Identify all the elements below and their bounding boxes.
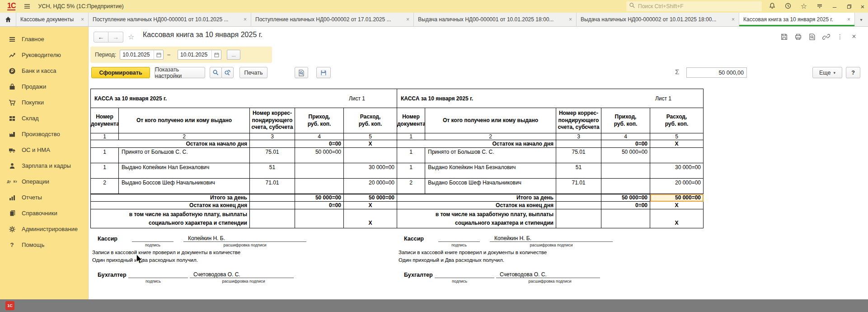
sidebar-item-directories[interactable]: Справочники bbox=[0, 205, 88, 221]
tab-list-dropdown[interactable]: ▾ bbox=[855, 13, 868, 26]
history-icon[interactable] bbox=[784, 2, 792, 10]
empty-cell[interactable] bbox=[250, 140, 295, 148]
counterparty-cell[interactable]: Принято от Большов С. С. bbox=[119, 148, 250, 163]
empty-cell[interactable] bbox=[556, 194, 601, 202]
sidebar-item-production[interactable]: Производство bbox=[0, 126, 88, 142]
rashod-cell[interactable] bbox=[344, 148, 397, 163]
tab-close-icon[interactable]: × bbox=[728, 16, 735, 23]
account-cell[interactable]: 51 bbox=[556, 163, 601, 179]
window-close-button[interactable]: × bbox=[857, 0, 868, 13]
doc-number-cell[interactable]: 2 bbox=[397, 179, 425, 194]
counterparty-cell[interactable]: Выдано Копейкин Нал Безналович bbox=[425, 163, 556, 179]
notifications-bell-icon[interactable] bbox=[768, 2, 776, 10]
tab-cash-issue-1[interactable]: Выдача наличных НД00-000001 от 10.01.202… bbox=[414, 13, 577, 26]
prihod-cell[interactable] bbox=[601, 163, 650, 179]
sidebar-item-reports[interactable]: Отчеты bbox=[0, 189, 88, 205]
counterparty-cell[interactable]: Выдано Копейкин Нал Безналович bbox=[119, 163, 250, 179]
tab-close-icon[interactable]: × bbox=[403, 16, 409, 23]
tab-cash-book-active[interactable]: Кассовая книга за 10 января 2025 г. × bbox=[739, 13, 855, 26]
account-cell[interactable]: 75.01 bbox=[250, 148, 295, 163]
opening-balance-prihod[interactable]: 0=00 bbox=[295, 140, 344, 148]
forward-button[interactable]: → bbox=[108, 32, 123, 43]
doc-number-cell[interactable]: 1 bbox=[91, 148, 119, 163]
prihod-cell[interactable]: 50 000=00 bbox=[295, 148, 344, 163]
account-cell[interactable]: 75.01 bbox=[556, 148, 601, 163]
autosum-value[interactable] bbox=[687, 68, 746, 77]
sidebar-item-main[interactable]: Главное bbox=[0, 31, 88, 47]
sidebar-item-fixed-assets[interactable]: ОС и НМА bbox=[0, 142, 88, 158]
opening-balance-x[interactable]: X bbox=[650, 140, 704, 148]
empty-cell[interactable] bbox=[250, 194, 295, 202]
sidebar-item-warehouse[interactable]: Склад bbox=[0, 110, 88, 126]
back-button[interactable]: ← bbox=[94, 32, 108, 43]
account-cell[interactable]: 71.01 bbox=[250, 179, 295, 194]
total-rashod-cell[interactable]: 50 000=00 bbox=[344, 194, 397, 202]
prihod-cell[interactable] bbox=[601, 179, 650, 194]
including-x[interactable]: X bbox=[650, 209, 704, 228]
rashod-cell[interactable]: 30 000=00 bbox=[344, 163, 397, 179]
doc-number-cell[interactable]: 1 bbox=[91, 163, 119, 179]
service-menu-icon[interactable] bbox=[816, 2, 824, 10]
prihod-cell[interactable]: 50 000=00 bbox=[601, 148, 650, 163]
doc-number-cell[interactable]: 1 bbox=[397, 148, 425, 163]
sidebar-item-manager[interactable]: Руководителю bbox=[0, 47, 88, 63]
add-favorite-star-icon[interactable]: ☆ bbox=[128, 33, 134, 41]
period-from-input[interactable] bbox=[120, 52, 154, 58]
sidebar-item-help[interactable]: ? Помощь bbox=[0, 237, 88, 253]
tab-close-icon[interactable]: × bbox=[566, 16, 572, 23]
tab-close-icon[interactable]: × bbox=[844, 16, 850, 23]
generate-button[interactable]: Сформировать bbox=[91, 67, 150, 78]
tab-cash-receipt-2[interactable]: Поступление наличных НД00-000002 от 17.0… bbox=[251, 13, 414, 26]
get-link-icon[interactable] bbox=[822, 33, 830, 41]
more-commands-kebab-icon[interactable]: ⋮ bbox=[836, 33, 844, 41]
print-preview-icon[interactable] bbox=[808, 33, 816, 41]
empty-cell[interactable] bbox=[250, 209, 295, 228]
opening-balance-x[interactable]: X bbox=[344, 140, 397, 148]
closing-balance-x[interactable]: X bbox=[650, 202, 704, 209]
counterparty-cell[interactable]: Выдано Боссов Шеф Начальникович bbox=[425, 179, 556, 194]
empty-cell[interactable] bbox=[295, 209, 344, 228]
taskbar-1c-icon[interactable]: 1С bbox=[5, 301, 14, 310]
account-cell[interactable]: 71.01 bbox=[556, 179, 601, 194]
empty-cell[interactable] bbox=[556, 202, 601, 209]
home-tab[interactable] bbox=[0, 13, 16, 26]
find-button[interactable] bbox=[210, 67, 222, 78]
doc-number-cell[interactable]: 2 bbox=[91, 179, 119, 194]
period-more-button[interactable]: ... bbox=[227, 50, 240, 60]
counterparty-cell[interactable]: Принято от Большов С. С. bbox=[425, 148, 556, 163]
global-search[interactable] bbox=[626, 1, 762, 11]
empty-cell[interactable] bbox=[250, 202, 295, 209]
rashod-cell[interactable] bbox=[650, 148, 704, 163]
prihod-cell[interactable] bbox=[295, 179, 344, 194]
total-rashod-cell[interactable]: 50 000=00 bbox=[650, 194, 704, 202]
closing-balance-prihod[interactable]: 0=00 bbox=[601, 202, 650, 209]
rashod-cell[interactable]: 20 000=00 bbox=[344, 179, 397, 194]
closing-balance-prihod[interactable]: 0=00 bbox=[295, 202, 344, 209]
search-input[interactable] bbox=[638, 3, 751, 9]
more-button[interactable]: Еще ▾ bbox=[812, 67, 842, 78]
rashod-cell[interactable]: 30 000=00 bbox=[650, 163, 704, 179]
save-report-button[interactable] bbox=[316, 67, 331, 78]
sidebar-item-administration[interactable]: Администрирование bbox=[0, 221, 88, 237]
tab-cash-receipt-1[interactable]: Поступление наличных НД00-000001 от 10.0… bbox=[89, 13, 251, 26]
print-button[interactable]: Печать bbox=[239, 67, 267, 78]
including-x[interactable]: X bbox=[344, 209, 397, 228]
window-minimize-button[interactable]: – bbox=[829, 0, 840, 13]
tab-close-icon[interactable]: × bbox=[240, 16, 247, 23]
calendar-icon[interactable] bbox=[211, 50, 221, 59]
closing-balance-x[interactable]: X bbox=[344, 202, 397, 209]
print-icon[interactable] bbox=[794, 33, 802, 41]
find-next-button[interactable] bbox=[221, 67, 234, 78]
rashod-cell[interactable]: 20 000=00 bbox=[650, 179, 704, 194]
empty-cell[interactable] bbox=[556, 209, 601, 228]
save-icon[interactable] bbox=[780, 33, 788, 41]
prihod-cell[interactable] bbox=[295, 163, 344, 179]
total-prihod-cell[interactable]: 50 000=00 bbox=[295, 194, 344, 202]
account-cell[interactable]: 51 bbox=[250, 163, 295, 179]
show-settings-button[interactable]: Показать настройки bbox=[155, 67, 205, 78]
sidebar-item-purchases[interactable]: Покупки bbox=[0, 95, 88, 110]
sidebar-item-operations[interactable]: Дт Кт Операции bbox=[0, 174, 88, 189]
main-menu-icon[interactable] bbox=[23, 3, 31, 10]
sidebar-item-bank-cash[interactable]: ₽ Банк и касса bbox=[0, 63, 88, 79]
preview-button[interactable] bbox=[295, 67, 308, 78]
